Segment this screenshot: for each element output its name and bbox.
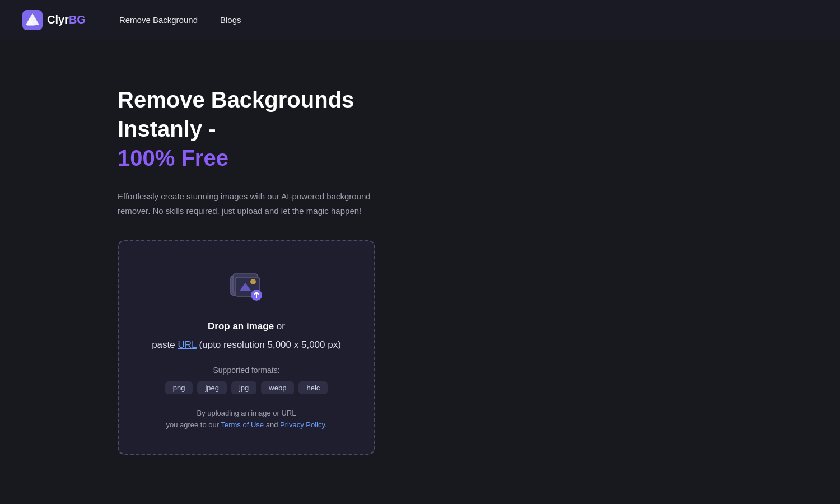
terms-of-use-link[interactable]: Terms of Use	[221, 421, 264, 429]
format-badges: png jpeg jpg webp heic	[136, 381, 357, 394]
formats-label: Supported formats:	[136, 366, 357, 375]
badge-heic: heic	[298, 381, 328, 394]
badge-webp: webp	[261, 381, 294, 394]
terms-text: By uploading an image or URL you agree t…	[136, 408, 357, 431]
badge-jpg: jpg	[231, 381, 256, 394]
svg-point-4	[250, 279, 256, 284]
badge-jpeg: jpeg	[197, 381, 227, 394]
nav-remove-background[interactable]: Remove Background	[119, 15, 198, 25]
upload-icon-wrapper	[136, 269, 357, 307]
nav-blogs[interactable]: Blogs	[220, 15, 241, 25]
paste-url-text: paste URL (upto resolution 5,000 x 5,000…	[136, 337, 357, 352]
logo[interactable]: ClyrBG	[22, 10, 86, 30]
logo-text: ClyrBG	[47, 13, 86, 26]
hero-title: Remove Backgrounds Instanly - 100% Free	[118, 85, 392, 172]
badge-png: png	[165, 381, 193, 394]
hero-description: Effortlessly create stunning images with…	[118, 189, 386, 218]
upload-box[interactable]: Drop an image or paste URL (upto resolut…	[118, 240, 375, 455]
drop-text: Drop an image or	[136, 319, 357, 334]
url-link[interactable]: URL	[178, 339, 196, 350]
privacy-policy-link[interactable]: Privacy Policy	[280, 421, 325, 429]
upload-icon	[228, 269, 264, 305]
logo-icon	[22, 10, 43, 30]
